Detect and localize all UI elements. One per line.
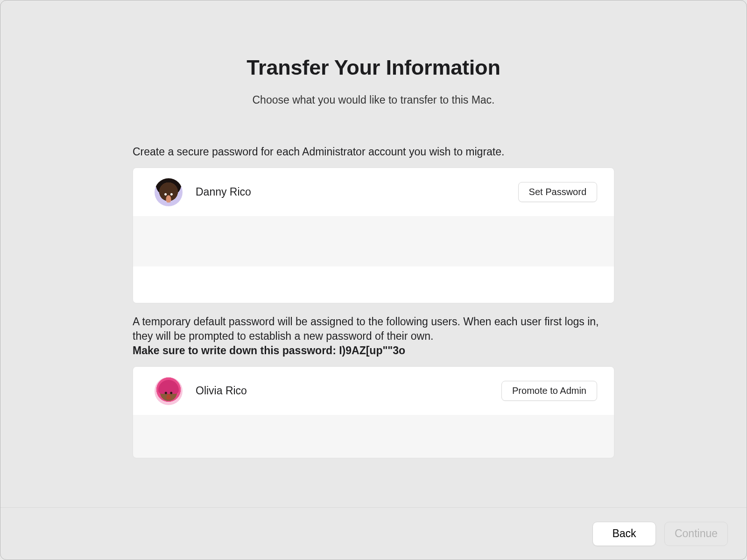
page-title: Transfer Your Information — [247, 56, 500, 80]
empty-row — [133, 266, 614, 303]
user-row-olivia: Olivia Rico Promote to Admin — [133, 367, 614, 415]
avatar-danny — [155, 178, 183, 206]
admin-user-list: Danny Rico Set Password — [133, 168, 614, 303]
user-name-label: Danny Rico — [196, 186, 518, 198]
user-name-label: Olivia Rico — [196, 385, 501, 397]
content-area: Transfer Your Information Choose what yo… — [0, 0, 747, 507]
migration-assistant-window: Transfer Your Information Choose what yo… — [0, 0, 747, 560]
page-subtitle: Choose what you would like to transfer t… — [252, 94, 494, 106]
standard-instruction-text: A temporary default password will be ass… — [133, 315, 599, 342]
avatar-olivia — [155, 377, 183, 405]
set-password-button[interactable]: Set Password — [518, 182, 597, 202]
back-button[interactable]: Back — [592, 522, 656, 546]
body-wrap: Create a secure password for each Admini… — [133, 145, 614, 458]
standard-user-list: Olivia Rico Promote to Admin — [133, 366, 614, 458]
empty-row — [133, 216, 614, 266]
empty-row — [133, 415, 614, 458]
continue-button: Continue — [664, 522, 728, 546]
admin-instruction: Create a secure password for each Admini… — [133, 145, 614, 159]
standard-instruction: A temporary default password will be ass… — [133, 315, 614, 358]
promote-to-admin-button[interactable]: Promote to Admin — [501, 381, 597, 401]
footer-bar: Back Continue — [0, 507, 747, 560]
user-row-danny: Danny Rico Set Password — [133, 168, 614, 216]
temporary-password-notice: Make sure to write down this password: I… — [133, 344, 405, 357]
